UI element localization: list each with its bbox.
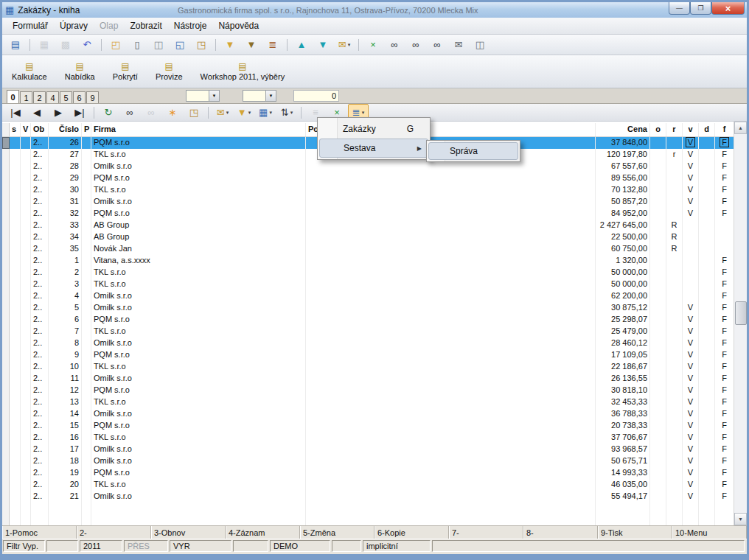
cell-f[interactable]: F	[715, 267, 734, 279]
cell-cena[interactable]: 30 875,12	[596, 302, 650, 314]
cell-ob[interactable]: 2..	[31, 408, 49, 420]
cell-V[interactable]	[21, 302, 31, 314]
cell-r[interactable]	[666, 279, 683, 290]
cell-d[interactable]	[699, 279, 715, 290]
cell-f[interactable]: F	[715, 444, 734, 455]
cell-f[interactable]: F	[715, 349, 734, 361]
cell-d[interactable]	[699, 196, 715, 208]
cell-s[interactable]	[10, 396, 21, 408]
cell-V[interactable]	[21, 184, 31, 196]
cell-p[interactable]	[82, 255, 91, 267]
cell-firma[interactable]: TKL s.r.o	[91, 432, 306, 444]
cell-ob[interactable]: 2..	[31, 290, 49, 302]
cell-v[interactable]: V	[683, 455, 699, 467]
cell-po[interactable]	[306, 455, 596, 467]
cell-V[interactable]	[21, 408, 31, 420]
cell-selr[interactable]	[2, 255, 10, 267]
tab-0[interactable]: 0	[7, 90, 19, 103]
cell-ob[interactable]: 2..	[31, 149, 49, 161]
cell-selr[interactable]	[2, 361, 10, 373]
fkey-6[interactable]: 6-Kopie	[374, 526, 449, 539]
cell-d[interactable]	[699, 172, 715, 184]
cell-V[interactable]	[21, 455, 31, 467]
cell-cislo[interactable]: 14	[49, 408, 82, 420]
cell-p[interactable]	[82, 503, 91, 525]
paste-button[interactable]: ◳	[191, 36, 212, 53]
table-row[interactable]: 2..8Omilk s.r.o28 460,12VF	[2, 337, 734, 349]
menu-item-sestava[interactable]: Sestava ▶	[319, 139, 428, 158]
cell-f[interactable]: F	[715, 172, 734, 184]
table-row[interactable]: 2..3TKL s.r.o50 000,00F	[2, 279, 734, 290]
cell-cislo[interactable]: 13	[49, 396, 82, 408]
cell-f[interactable]: F	[715, 479, 734, 491]
cell-p[interactable]	[82, 220, 91, 231]
cell-selr[interactable]	[2, 385, 10, 396]
cell-d[interactable]	[699, 267, 715, 279]
find-next-button[interactable]: ∞	[141, 104, 161, 121]
cell-s[interactable]	[10, 172, 21, 184]
cell-V[interactable]	[21, 149, 31, 161]
print-button[interactable]: ◫	[148, 36, 169, 53]
cell-selr[interactable]	[2, 267, 10, 279]
cell-o[interactable]	[650, 467, 666, 479]
cell-r[interactable]	[666, 255, 683, 267]
export-excel-button[interactable]: ×	[363, 36, 383, 53]
cell-p[interactable]	[82, 161, 91, 172]
cell-ob[interactable]: 2..	[31, 267, 49, 279]
cell-firma[interactable]: PQM s.r.o	[91, 385, 306, 396]
cell-r[interactable]	[666, 349, 683, 361]
cell-p[interactable]	[82, 137, 91, 149]
cell-s[interactable]	[10, 302, 21, 314]
cell-v[interactable]: V	[683, 172, 699, 184]
move-down-button[interactable]: ▼	[313, 36, 333, 53]
cell-po[interactable]	[306, 479, 596, 491]
grid-view-button[interactable]: ▦▾	[255, 104, 276, 121]
cell-r[interactable]	[666, 267, 683, 279]
cell-V[interactable]	[21, 432, 31, 444]
cell-d[interactable]	[699, 455, 715, 467]
cell-d[interactable]	[699, 467, 715, 479]
cell-cislo[interactable]: 10	[49, 361, 82, 373]
cell-o[interactable]	[650, 255, 666, 267]
cell-ob[interactable]: 2..	[31, 172, 49, 184]
cell-cislo[interactable]: 8	[49, 337, 82, 349]
cell-selr[interactable]	[2, 408, 10, 420]
cell-ob[interactable]: 2..	[31, 326, 49, 337]
cell-cislo[interactable]: 17	[49, 444, 82, 455]
cell-f[interactable]: F	[715, 467, 734, 479]
cell-v[interactable]	[683, 503, 699, 525]
cell-r[interactable]	[666, 302, 683, 314]
cell-p[interactable]	[82, 491, 91, 503]
cell-p[interactable]	[82, 302, 91, 314]
cell-ob[interactable]: 2..	[31, 467, 49, 479]
cell-d[interactable]	[699, 161, 715, 172]
send-mail-button[interactable]: ✉	[448, 36, 469, 53]
cell-po[interactable]	[306, 267, 596, 279]
table-row[interactable]: 2..1Vitana, a.s.xxxx1 320,00F	[2, 255, 734, 267]
cell-o[interactable]	[650, 220, 666, 231]
cell-cena[interactable]: 37 706,67	[596, 432, 650, 444]
cell-ob[interactable]: 2..	[31, 337, 49, 349]
cell-selr[interactable]	[2, 184, 10, 196]
cell-po[interactable]	[306, 243, 596, 255]
cell-s[interactable]	[10, 373, 21, 385]
cell-po[interactable]	[306, 279, 596, 290]
cell-firma[interactable]: PQM s.r.o	[91, 208, 306, 220]
cell-r[interactable]	[666, 491, 683, 503]
cell-firma[interactable]: Omilk s.r.o	[91, 455, 306, 467]
cell-po[interactable]	[306, 361, 596, 373]
cell-cislo[interactable]: 26	[49, 137, 82, 149]
cell-firma[interactable]: Omilk s.r.o	[91, 373, 306, 385]
cell-r[interactable]: r	[666, 149, 683, 161]
cell-cena[interactable]: 37 848,00	[596, 137, 650, 149]
cell-selr[interactable]	[2, 373, 10, 385]
cell-po[interactable]	[306, 220, 596, 231]
undo-button[interactable]: ↶	[77, 36, 97, 53]
attach-button[interactable]: ◳	[184, 104, 204, 121]
favorites-button[interactable]: ∗	[162, 104, 183, 121]
copy-button[interactable]: ◱	[170, 36, 190, 53]
cell-po[interactable]	[306, 349, 596, 361]
cell-f[interactable]: F	[715, 385, 734, 396]
table-row[interactable]: 2..7TKL s.r.o25 479,00VF	[2, 326, 734, 337]
cell-po[interactable]	[306, 231, 596, 243]
